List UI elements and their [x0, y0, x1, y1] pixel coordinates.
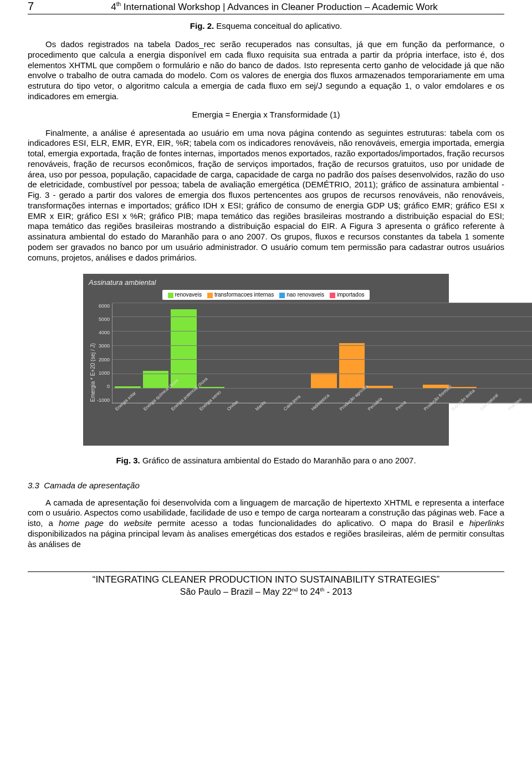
y-tick: -1000 [97, 397, 110, 403]
bar [311, 373, 337, 389]
legend-item: importados [330, 292, 364, 298]
bar [171, 309, 197, 389]
y-tick: 4000 [99, 330, 110, 335]
equation-1: Emergia = Energia x Transformidade (1) [28, 110, 504, 119]
y-tick: 2000 [99, 357, 110, 363]
gridline [112, 331, 532, 331]
chart-x-axis: Energia solarEnergia química chuvaEnergi… [112, 405, 532, 442]
chart-plot-area [112, 303, 532, 404]
page-number: 7 [28, 0, 44, 13]
chart-legend: renovaveistransformacoes internasnao ren… [162, 290, 370, 299]
gridline [112, 359, 532, 360]
y-tick: 6000 [99, 303, 110, 309]
figure-3-caption: Fig. 3. Gráfico de assinatura ambiental … [28, 456, 504, 465]
gridline [112, 345, 532, 346]
gridline [112, 374, 532, 374]
y-tick: 5000 [99, 316, 110, 322]
footer-line-1: “INTEGRATING CLEANER PRODUCTION INTO SUS… [28, 574, 504, 585]
footer-line-2: São Paulo – Brazil – May 22nd to 24th - … [28, 586, 504, 597]
body-paragraph-2: Finalmente, a análise é apresentada ao u… [28, 128, 504, 263]
figure-3-chart: Assinatura ambiental renovaveistransform… [83, 274, 449, 445]
body-paragraph-3: A camada de apresentação foi desenvolvid… [28, 498, 504, 550]
chart-title: Assinatura ambiental [89, 278, 443, 287]
body-paragraph-1: Os dados registrados na tabela Dados_rec… [28, 39, 504, 102]
legend-item: nao renovaveis [279, 292, 324, 298]
header-title: 4th International Workshop | Advances in… [44, 1, 504, 13]
legend-item: renovaveis [168, 292, 202, 298]
running-header: 7 4th International Workshop | Advances … [28, 0, 504, 14]
gridline [112, 388, 532, 389]
figure-2-caption: Fig. 2. Esquema conceitual do aplicativo… [28, 21, 504, 30]
chart-y-axis: 6000500040003000200010000-1000 [97, 303, 112, 403]
gridline [112, 316, 532, 317]
chart-y-axis-label: Emergia * E+20 (sej / J) [89, 303, 97, 442]
legend-item: transformacoes internas [207, 292, 274, 298]
y-tick: 1000 [99, 370, 110, 376]
y-tick: 3000 [99, 343, 110, 349]
gridline [112, 303, 532, 303]
running-footer: “INTEGRATING CLEANER PRODUCTION INTO SUS… [28, 571, 504, 597]
bar [339, 343, 365, 389]
y-tick: 0 [107, 384, 110, 389]
section-3-3-heading: 3.3 Camada de apresentação [28, 481, 504, 490]
